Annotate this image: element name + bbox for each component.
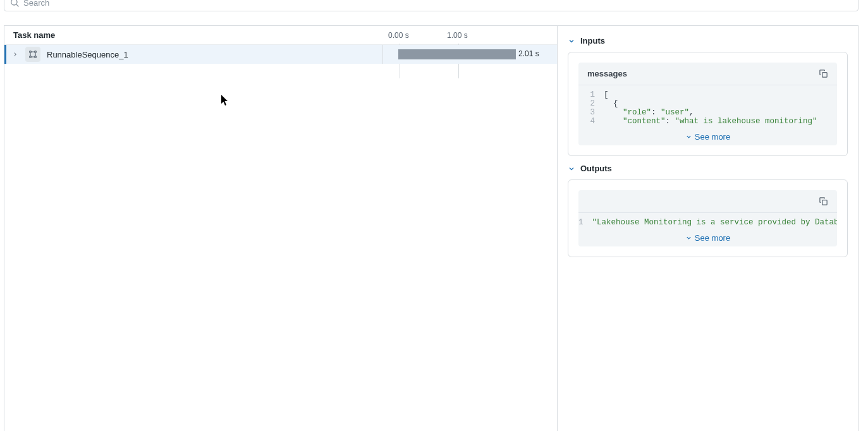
- col-task-name: Task name: [13, 30, 55, 40]
- inputs-section: Inputs messages 1[2 {3 "role": "user",4 …: [568, 36, 848, 156]
- time-tick: 0.00 s: [388, 31, 409, 40]
- outputs-card: 1"Lakehouse Monitoring is a service prov…: [568, 179, 848, 257]
- copy-icon[interactable]: [819, 197, 828, 206]
- code-line: 1[: [578, 90, 837, 99]
- inputs-title: Inputs: [580, 36, 605, 46]
- see-more-label: See more: [695, 132, 730, 142]
- right-pane: Inputs messages 1[2 {3 "role": "user",4 …: [558, 26, 858, 431]
- code-line: 3 "role": "user",: [578, 108, 837, 117]
- chevron-down-icon: [685, 234, 692, 241]
- see-more-label: See more: [695, 233, 730, 243]
- outputs-title: Outputs: [580, 164, 612, 173]
- time-tick: 1.00 s: [447, 31, 468, 40]
- svg-rect-7: [822, 200, 828, 205]
- outputs-codebox: 1"Lakehouse Monitoring is a service prov…: [578, 190, 837, 246]
- task-bar-area: 2.01 s: [382, 45, 557, 64]
- code-line: 2 {: [578, 99, 837, 108]
- left-pane: Task name 0.00 s 1.00 s: [4, 26, 558, 431]
- copy-icon[interactable]: [819, 69, 828, 78]
- search-bar[interactable]: [4, 0, 859, 11]
- messages-codebox: messages 1[2 {3 "role": "user",4 "conten…: [578, 63, 837, 145]
- main-split: Task name 0.00 s 1.00 s: [4, 25, 859, 431]
- chevron-down-icon: [568, 165, 575, 173]
- timeline-header: Task name 0.00 s 1.00 s: [4, 26, 557, 45]
- task-duration-label: 2.01 s: [518, 49, 539, 58]
- codebox-header: messages: [578, 63, 837, 85]
- inputs-header[interactable]: Inputs: [568, 36, 848, 46]
- expand-toggle[interactable]: [10, 49, 20, 59]
- svg-rect-6: [822, 73, 828, 78]
- task-name-label: RunnableSequence_1: [47, 50, 128, 59]
- see-more-button[interactable]: See more: [578, 229, 837, 246]
- outputs-header[interactable]: Outputs: [568, 164, 848, 173]
- messages-label: messages: [587, 69, 627, 78]
- see-more-button[interactable]: See more: [578, 128, 837, 145]
- outputs-section: Outputs 1"Lakehouse Monitoring is a serv…: [568, 164, 848, 257]
- chevron-down-icon: [568, 37, 575, 45]
- search-icon: [9, 0, 20, 8]
- codebox-header: [578, 190, 837, 213]
- svg-line-1: [16, 4, 18, 6]
- inputs-card: messages 1[2 {3 "role": "user",4 "conten…: [568, 52, 848, 156]
- chevron-down-icon: [685, 133, 692, 140]
- task-row[interactable]: RunnableSequence_1 2.01 s: [4, 45, 557, 64]
- chain-icon: [25, 47, 40, 62]
- task-duration-bar: [398, 49, 516, 59]
- search-input[interactable]: [23, 0, 853, 8]
- output-line: "Lakehouse Monitoring is a service provi…: [592, 218, 837, 227]
- codebox-body: 1[2 {3 "role": "user",4 "content": "what…: [578, 85, 837, 128]
- code-line: 4 "content": "what is lakehouse monitori…: [578, 117, 837, 126]
- codebox-body: 1"Lakehouse Monitoring is a service prov…: [578, 213, 837, 229]
